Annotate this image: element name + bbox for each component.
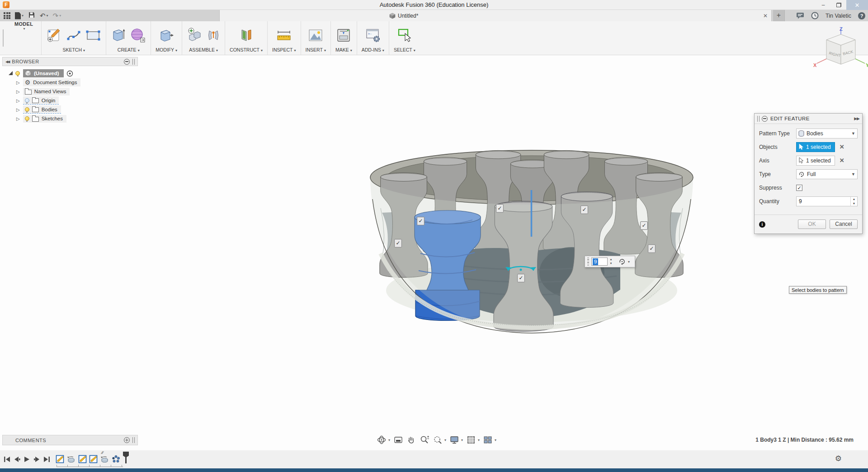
modify-menu[interactable]: MODIFY▾ [156, 47, 177, 54]
workspace-selector[interactable]: MODEL ▾ [6, 21, 42, 55]
expand-arrow-icon[interactable]: ▷ [16, 107, 20, 112]
visibility-bulb-off-icon[interactable] [25, 98, 29, 103]
comments-icon[interactable] [796, 12, 804, 19]
quantity-input[interactable]: 9 ▲▼ [796, 196, 858, 206]
help-button[interactable]: ? [858, 12, 865, 19]
panel-grip-icon[interactable] [132, 437, 135, 443]
construct-menu[interactable]: CONSTRUCT▾ [230, 47, 263, 54]
pattern-instance-checkbox[interactable]: ✓ [417, 217, 425, 225]
select-tool-icon[interactable] [396, 27, 413, 43]
browser-row-document-settings[interactable]: ▷ ⚙Document Settings [2, 78, 138, 87]
timeline-sketch-feature[interactable] [56, 455, 64, 465]
pattern-instance-checkbox[interactable]: ✓ [580, 205, 588, 214]
pattern-type-select[interactable]: Bodies ▼ [796, 129, 858, 138]
fast-forward-icon[interactable]: ▶▶ [854, 116, 859, 121]
browser-row-origin[interactable]: ▷ Origin [2, 96, 138, 105]
3d-print-icon[interactable] [335, 28, 352, 43]
insert-image-icon[interactable] [307, 28, 324, 43]
rotate-type-icon[interactable] [618, 258, 626, 265]
model-canvas[interactable]: ◀◀ BROWSER (Unsaved) ▷ ⚙Document Setting… [0, 55, 868, 450]
measure-icon[interactable] [276, 28, 292, 43]
dialog-header[interactable]: EDIT FEATURE ▶▶ [755, 114, 862, 124]
collapse-panel-icon[interactable]: ◀◀ [5, 60, 9, 64]
quantity-inline-input[interactable]: 9 [591, 257, 608, 266]
new-component-icon[interactable] [187, 27, 203, 43]
toolbar-grip-handle[interactable] [0, 21, 6, 55]
activate-component-icon[interactable] [66, 70, 73, 77]
cancel-button[interactable]: Cancel [830, 219, 858, 229]
press-pull-icon[interactable] [158, 27, 175, 43]
browser-row-sketches[interactable]: ▷ Sketches [2, 114, 138, 123]
timeline-sketch-feature[interactable] [89, 455, 98, 465]
go-to-end-button[interactable] [43, 456, 50, 462]
assemble-menu[interactable]: ASSEMBLE▾ [189, 47, 218, 54]
play-button[interactable] [24, 456, 30, 462]
fit-button[interactable]: ▾ [433, 435, 446, 445]
browser-root-row[interactable]: (Unsaved) [2, 69, 138, 78]
dialog-grip-icon[interactable] [757, 116, 760, 122]
restore-button[interactable] [831, 0, 846, 10]
minimize-panel-icon[interactable] [124, 59, 130, 65]
type-select[interactable]: Full ▼ [796, 169, 858, 179]
visibility-bulb-icon[interactable] [15, 71, 20, 76]
quantity-inline-stepper[interactable]: ▲▼ [608, 257, 614, 266]
visibility-bulb-icon[interactable] [25, 107, 29, 112]
timeline-sketch-feature[interactable] [78, 455, 87, 465]
pattern-quantity-popup[interactable]: 9 ▲▼ ▾ [585, 256, 635, 267]
expand-arrow-icon[interactable]: ▷ [16, 98, 20, 103]
create-sketch-icon[interactable] [46, 27, 62, 43]
objects-selection-chip[interactable]: 1 selected [796, 142, 835, 152]
quantity-stepper[interactable]: ▲▼ [850, 197, 857, 206]
clear-axis-icon[interactable]: ✕ [840, 157, 844, 164]
save-button[interactable] [28, 11, 35, 20]
user-name[interactable]: Tin Valetic [826, 13, 851, 19]
clear-objects-icon[interactable]: ✕ [840, 143, 844, 150]
document-tab[interactable]: Untitled* ✕ [219, 10, 772, 21]
pattern-instance-checkbox[interactable]: ✓ [517, 274, 525, 282]
pan-button[interactable] [406, 435, 416, 445]
display-settings-button[interactable]: ▾ [449, 435, 463, 445]
pattern-instance-checkbox[interactable]: ✓ [496, 204, 504, 213]
insert-menu[interactable]: INSERT▾ [306, 47, 326, 54]
expand-arrow-icon[interactable]: ▷ [16, 116, 20, 121]
construct-plane-icon[interactable] [238, 27, 255, 43]
file-menu-button[interactable]: ▾ [15, 12, 24, 19]
scripts-addins-icon[interactable]: >- [365, 27, 381, 43]
rectangle-tool-icon[interactable] [85, 28, 101, 43]
viewports-button[interactable]: ▾ [483, 435, 496, 445]
view-cube[interactable]: Z X Y RIGHT BACK [811, 26, 868, 77]
create-menu[interactable]: CREATE▾ [118, 47, 140, 54]
dialog-collapse-icon[interactable] [762, 116, 768, 122]
ok-button[interactable]: OK [798, 219, 826, 229]
new-tab-button[interactable]: + [773, 10, 785, 21]
info-icon[interactable]: i [759, 221, 765, 228]
drag-handle-icon[interactable] [587, 257, 589, 266]
create-form-icon[interactable] [130, 27, 146, 43]
visibility-bulb-icon[interactable] [25, 116, 29, 121]
orbit-button[interactable]: ▾ [377, 435, 390, 445]
close-button[interactable]: ✕ [846, 0, 868, 10]
expand-arrow-icon[interactable]: ▷ [16, 89, 20, 94]
pattern-instance-checkbox[interactable]: ✓ [394, 239, 402, 248]
redo-button[interactable]: ↷▾ [53, 12, 61, 19]
look-at-button[interactable] [393, 435, 403, 445]
timeline-position-marker[interactable] [123, 452, 129, 465]
expand-arrow-icon[interactable]: ▷ [16, 80, 20, 85]
zoom-button[interactable] [420, 435, 429, 445]
step-forward-button[interactable] [33, 456, 40, 462]
browser-header[interactable]: ◀◀ BROWSER [2, 57, 138, 66]
extrude-icon[interactable] [111, 27, 126, 43]
app-launcher-icon[interactable] [4, 12, 10, 19]
timeline-settings-gear-icon[interactable]: ⚙ [835, 454, 842, 463]
undo-button[interactable]: ↶▾ [40, 12, 48, 19]
grid-snap-button[interactable]: ▾ [466, 435, 480, 445]
make-menu[interactable]: MAKE▾ [335, 47, 352, 54]
go-to-start-button[interactable] [4, 456, 10, 462]
minimize-button[interactable]: – [816, 0, 831, 10]
timeline-revolve-feature-suppressed[interactable]: /// [100, 455, 109, 465]
spline-icon[interactable] [66, 28, 81, 43]
timeline-revolve-feature[interactable] [66, 455, 76, 465]
expand-open-icon[interactable] [9, 71, 13, 75]
tab-close-icon[interactable]: ✕ [763, 13, 768, 19]
pattern-instance-checkbox[interactable]: ✓ [648, 244, 656, 253]
